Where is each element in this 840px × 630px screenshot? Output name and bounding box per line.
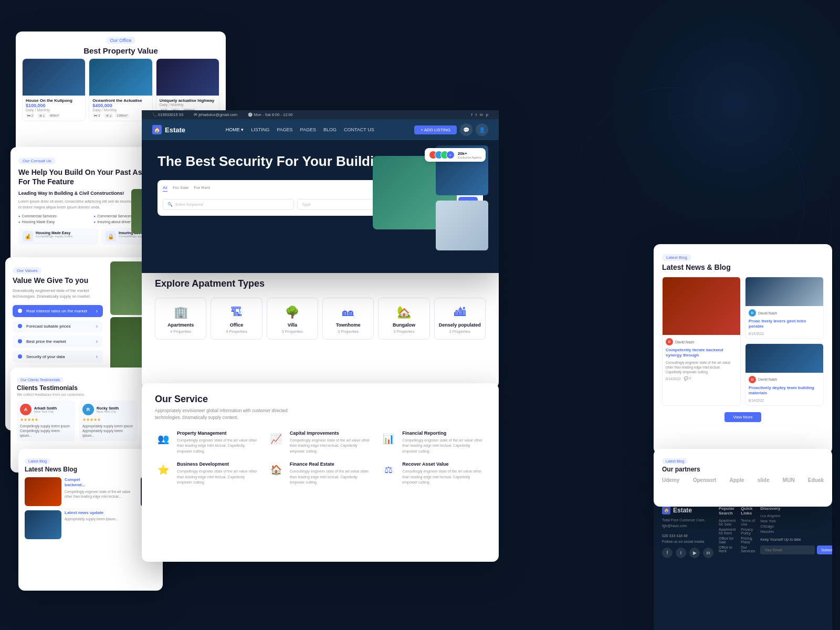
apt-type-apartments[interactable]: 🏢 Apartments 4 Properties bbox=[155, 298, 206, 340]
value-item-2[interactable]: Forecast suitable prices › bbox=[13, 320, 103, 332]
apt-type-dense[interactable]: 🏙 Densely populated 2 Properties bbox=[434, 298, 486, 340]
social-ig[interactable]: in bbox=[480, 112, 483, 117]
prop-area-2: 1200m² bbox=[115, 113, 129, 118]
footer-disc-2[interactable]: New York bbox=[760, 519, 832, 523]
search-tab-sale[interactable]: For Sale bbox=[173, 184, 188, 192]
news-article-2[interactable]: D David Nash Proac tively levers geot in… bbox=[745, 277, 824, 339]
prop-bed-2: 🛏 3 bbox=[92, 113, 101, 118]
apt-count-townhome: 3 Properties bbox=[327, 329, 369, 334]
news-articles-grid: D David Nash Competently iterate backend… bbox=[662, 277, 824, 406]
property-sub-1: Daily / Monthly bbox=[26, 108, 82, 112]
footer-link-3[interactable]: Pricing Plans bbox=[741, 537, 755, 544]
service-desc-1: Compellingly engineer state of the art v… bbox=[177, 438, 260, 455]
property-image-3 bbox=[156, 59, 219, 96]
news-large-badge: Latest Blog bbox=[662, 254, 691, 261]
nav-link-contact[interactable]: CONTACT US bbox=[344, 127, 374, 132]
value-item-3[interactable]: Best price the market › bbox=[13, 335, 103, 348]
service-item-3: 📊 Financial Reporting Compellingly engin… bbox=[380, 430, 486, 455]
value-desc: Dramatically engineered state-of the mar… bbox=[13, 288, 103, 300]
user-icon[interactable]: 👤 bbox=[476, 123, 488, 136]
newsletter-input[interactable] bbox=[760, 545, 815, 554]
search-tab-rent[interactable]: For Rent bbox=[194, 184, 210, 192]
testimonial-stars-2: ★★★★★ bbox=[82, 417, 134, 422]
chat-icon[interactable]: 💬 bbox=[460, 123, 472, 136]
value-item-4[interactable]: Security of your data › bbox=[13, 351, 103, 363]
testimonial-stars-1: ★★★★★ bbox=[20, 417, 72, 422]
footer-search-3[interactable]: Office for Sale bbox=[719, 537, 736, 544]
footer-search-2[interactable]: Apartment for Rent bbox=[719, 528, 736, 535]
testimonial-row: A Arkadi Smith New York City ★★★★★ Compe… bbox=[17, 401, 156, 441]
news-small-card: Latest Blog Latest News Blog Competbacke… bbox=[18, 449, 163, 591]
service-icon-6: ⚖ bbox=[380, 461, 397, 478]
footer-link-4[interactable]: Our Services bbox=[741, 545, 755, 553]
nav-link-blog[interactable]: BLOG bbox=[323, 127, 337, 132]
footer-link-1[interactable]: Terms of Use bbox=[741, 519, 755, 526]
testimonials-title: Clients Testimonials bbox=[17, 384, 156, 392]
footer-disc-1[interactable]: Los Angeles bbox=[760, 514, 832, 518]
nav-link-listing[interactable]: LISTING bbox=[251, 127, 269, 132]
partner-udemy: Udemy bbox=[662, 477, 679, 483]
social-follow-label: Follow us on social media bbox=[662, 540, 713, 543]
service-card: Our Service Appropriately envisioneer gl… bbox=[142, 383, 499, 562]
newsletter-button[interactable]: Subscribe bbox=[817, 545, 832, 554]
news-article-1[interactable]: D David Nash Competently iterate backend… bbox=[662, 277, 741, 406]
prop-bath-2: 🚿 2 bbox=[103, 113, 113, 118]
explore-card: Explore Apatment Types 🏢 Apartments 4 Pr… bbox=[142, 268, 499, 388]
info-title-1: Housing Made Easy bbox=[36, 231, 72, 235]
social-facebook[interactable]: f bbox=[662, 548, 673, 558]
social-twitter[interactable]: t bbox=[676, 548, 686, 558]
apt-name-office: Office bbox=[215, 322, 257, 328]
apt-type-bungalow[interactable]: 🏡 Bungalow 3 Properties bbox=[378, 298, 429, 340]
author-avatar-1: D bbox=[666, 338, 673, 345]
property-price-2: $400,000 bbox=[92, 103, 149, 108]
social-instagram[interactable]: in bbox=[703, 548, 713, 558]
news-article-3[interactable]: D David Nash Proactively deploy team bui… bbox=[745, 343, 824, 406]
apt-type-office[interactable]: 🏗 Office 4 Properties bbox=[211, 298, 262, 340]
apt-count-bungalow: 3 Properties bbox=[383, 329, 425, 334]
property-sub-3: Daily / Monthly bbox=[160, 103, 216, 107]
footer-disc-4[interactable]: Houston bbox=[760, 530, 832, 533]
value-item-1[interactable]: Real interest rates on the market › bbox=[13, 305, 103, 317]
info-box-1: 💰 Housing Made Easy Compellingly supply … bbox=[18, 228, 98, 245]
article-date-2: 8/14/2022 bbox=[749, 332, 764, 335]
nav-link-pages1[interactable]: PAGES bbox=[277, 127, 292, 132]
news-small-desc-1: Compellingly engineer state of the art v… bbox=[65, 489, 138, 499]
footer-search-1[interactable]: Apartment for Sale bbox=[719, 519, 736, 526]
footer-link-2[interactable]: Privacy Policy bbox=[741, 528, 755, 535]
property-image-2 bbox=[89, 59, 152, 96]
service-name-2: Capital Improvements bbox=[290, 430, 373, 436]
apt-type-townhome[interactable]: 🏘 Townhome 3 Properties bbox=[322, 298, 374, 340]
social-tw[interactable]: t bbox=[476, 112, 477, 117]
social-youtube[interactable]: ▶ bbox=[689, 548, 700, 558]
nav-link-pages2[interactable]: PAGES bbox=[300, 127, 316, 132]
apt-type-villa[interactable]: 🌳 Villa 3 Properties bbox=[267, 298, 318, 340]
property-sub-2: Daily / Monthly bbox=[92, 108, 149, 112]
nav-link-home[interactable]: HOME ▾ bbox=[226, 127, 244, 132]
article-comments-1: 💬 0 bbox=[684, 376, 691, 381]
author-avatar-2: D bbox=[749, 309, 756, 317]
add-listing-button[interactable]: + ADD LISTING bbox=[414, 125, 457, 134]
service-item-4: ⭐ Business Development Compellingly engi… bbox=[155, 461, 260, 486]
testimonials-sub: We collect feedbacks from our customers. bbox=[17, 393, 156, 396]
hero-card: 📞 019933015 93 ✉ jehadulux@gmail.com 🕐 M… bbox=[142, 110, 499, 273]
logo-text: Estate bbox=[165, 126, 185, 134]
news-large-card: Latest Blog Latest News & Blog D David N… bbox=[654, 244, 832, 454]
social-fb[interactable]: f bbox=[471, 112, 472, 117]
service-item-6: ⚖ Recover Asset Value Consultingly engin… bbox=[380, 461, 486, 486]
search-tab-all[interactable]: All bbox=[163, 184, 167, 192]
service-item-1: 👥 Property Management Compellingly engin… bbox=[155, 430, 260, 455]
keyword-input[interactable]: 🔍 Enter Keyword bbox=[163, 199, 294, 210]
social-pin[interactable]: p bbox=[486, 112, 488, 117]
footer-search-4[interactable]: Office to Rent bbox=[719, 545, 736, 553]
news-image-1 bbox=[663, 277, 740, 335]
property-name-1: House On the Kullpong bbox=[26, 98, 82, 103]
apt-icon-dense: 🏙 bbox=[439, 306, 481, 319]
footer-disc-3[interactable]: Chicago bbox=[760, 524, 832, 528]
testimonial-name-2: Rocky Smith bbox=[97, 406, 119, 410]
news-small-item-2[interactable]: Latest news update Appropriately supply … bbox=[25, 510, 156, 539]
service-grid: 👥 Property Management Compellingly engin… bbox=[155, 430, 486, 486]
service-icon-1: 👥 bbox=[155, 430, 172, 447]
news-small-item-1[interactable]: Competbackend... Compellingly engineer s… bbox=[25, 477, 156, 506]
view-more-button[interactable]: View More bbox=[724, 412, 761, 422]
property-item-1[interactable]: House On the Kullpong $100,000 Daily / M… bbox=[22, 58, 86, 121]
